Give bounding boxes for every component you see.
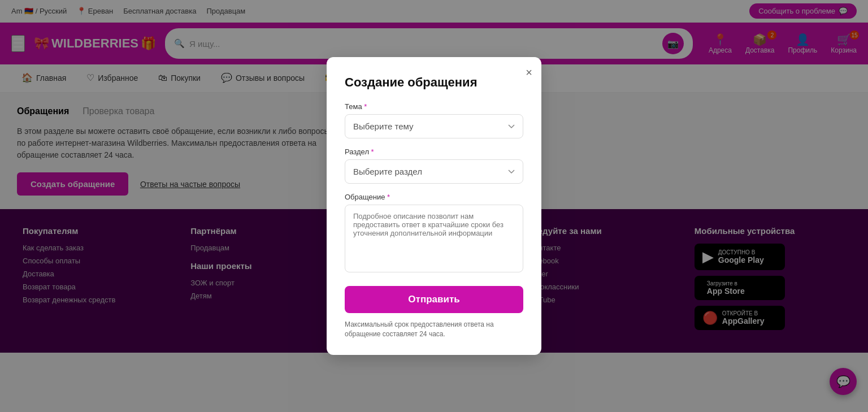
message-textarea[interactable] [345,205,523,272]
theme-field: Тема * Выберите тему [345,102,523,138]
message-label: Обращение * [345,193,523,201]
modal-note: Максимальный срок предоставления ответа … [345,320,523,339]
theme-required-mark: * [364,102,367,111]
submit-button[interactable]: Отправить [345,286,523,313]
modal-title: Создание обращения [345,75,523,90]
section-select[interactable]: Выберите раздел [345,159,523,184]
section-field: Раздел * Выберите раздел [345,148,523,184]
modal-overlay[interactable]: × Создание обращения Тема * Выберите тем… [0,0,868,353]
message-required-mark: * [387,193,390,201]
modal-close-button[interactable]: × [526,66,532,79]
modal-dialog: × Создание обращения Тема * Выберите тем… [327,57,541,353]
theme-select[interactable]: Выберите тему [345,114,523,138]
theme-label: Тема * [345,102,523,111]
section-required-mark: * [371,148,374,156]
message-field: Обращение * [345,193,523,275]
section-label: Раздел * [345,148,523,156]
